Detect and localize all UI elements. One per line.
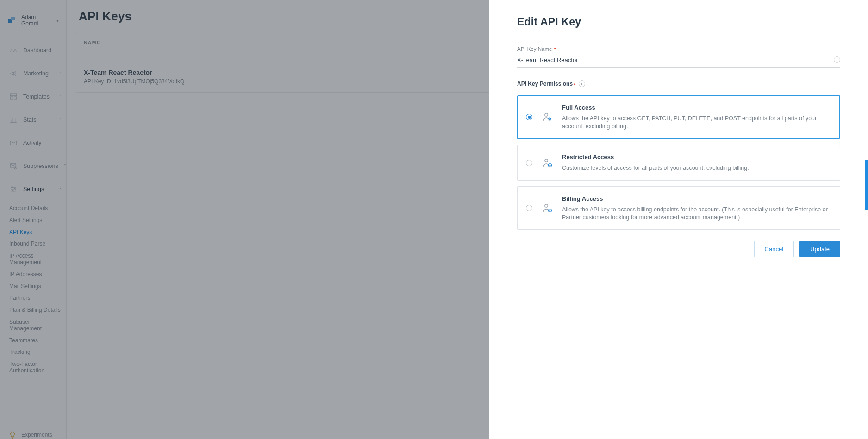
api-key-name-label: API Key Name •	[517, 46, 840, 52]
drawer-actions: Cancel Update	[517, 241, 840, 257]
permission-title: Full Access	[562, 104, 830, 111]
permission-title: Restricted Access	[562, 154, 830, 161]
required-dot-icon: •	[574, 81, 576, 87]
user-permission-icon: $	[542, 203, 553, 214]
svg-point-14	[545, 204, 548, 207]
svg-point-12	[545, 159, 548, 161]
user-permission-icon	[542, 157, 553, 168]
info-icon[interactable]: i	[579, 80, 585, 87]
permission-option[interactable]: Full AccessAllows the API key to access …	[517, 95, 840, 139]
permission-title: Billing Access	[562, 195, 830, 202]
edit-api-key-drawer: Edit API Key API Key Name • i API Key Pe…	[489, 0, 868, 439]
radio-icon	[526, 160, 532, 166]
permissions-label: API Key Permissions• i	[517, 80, 840, 87]
required-dot-icon: •	[554, 46, 556, 52]
api-key-name-input[interactable]	[517, 55, 840, 68]
radio-icon	[526, 205, 532, 211]
svg-point-11	[545, 113, 548, 116]
permissions-radio-group: Full AccessAllows the API key to access …	[517, 95, 840, 230]
permission-description: Allows the API key to access billing end…	[562, 206, 830, 222]
update-button[interactable]: Update	[799, 241, 840, 257]
permission-description: Allows the API key to access GET, PATCH,…	[562, 115, 830, 130]
modal-overlay[interactable]: Edit API Key API Key Name • i API Key Pe…	[0, 0, 868, 439]
right-accent-indicator	[865, 160, 868, 210]
user-permission-icon	[542, 111, 553, 123]
permission-option[interactable]: Restricted AccessCustomize levels of acc…	[517, 145, 840, 181]
info-icon[interactable]: i	[834, 56, 840, 63]
drawer-title: Edit API Key	[517, 16, 840, 28]
permission-option[interactable]: $Billing AccessAllows the API key to acc…	[517, 186, 840, 230]
permission-description: Customize levels of access for all parts…	[562, 164, 830, 172]
cancel-button[interactable]: Cancel	[754, 241, 794, 257]
radio-icon	[526, 114, 532, 120]
